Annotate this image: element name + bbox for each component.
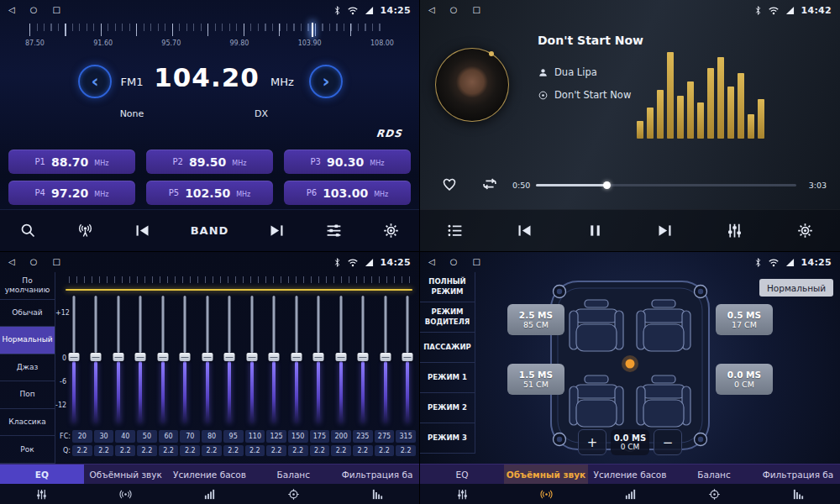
balance-tab-button[interactable] [251,484,335,504]
eq-slider-thumb[interactable] [358,353,369,361]
eq-band-slider[interactable] [357,296,370,423]
eq-band-slider[interactable] [223,296,236,423]
mode-2[interactable]: РЕЖИМ 2 [420,393,475,423]
broadcast-button[interactable] [76,222,94,239]
preset-button-p1[interactable]: P188.70MHz [8,150,135,174]
eq-slider-thumb[interactable] [68,353,79,361]
eq-slider-thumb[interactable] [335,353,346,361]
eq-preset-custom[interactable]: Обычай [0,300,55,328]
eq-band-slider[interactable] [312,296,325,423]
back-icon[interactable]: ◁ [428,6,435,14]
frequency-scale[interactable]: 87.50 91.60 95.70 99.80 103.90 108.00 [0,23,419,53]
band-button[interactable]: BAND [191,224,229,237]
tab-eq[interactable]: EQ [0,465,84,484]
eq-slider-thumb[interactable] [135,353,146,361]
eq-slider-thumb[interactable] [91,353,102,361]
eq-slider-thumb[interactable] [113,353,123,361]
back-icon[interactable]: ◁ [8,6,15,14]
mode-1[interactable]: РЕЖИМ 1 [420,363,475,393]
eq-band-slider[interactable] [179,296,192,423]
eq-band-slider[interactable] [90,296,102,423]
scan-button[interactable] [19,222,37,239]
favorite-button[interactable] [440,175,459,193]
delay-front-left[interactable]: 2.5 MS85 CM [507,304,564,335]
recents-icon[interactable]: □ [472,258,480,266]
eq-band-slider[interactable] [156,296,169,423]
eq-slider-thumb[interactable] [291,353,302,361]
bass-boost-tab-button[interactable] [588,484,672,504]
tab-filtering[interactable]: Фильтрация ба [335,465,419,484]
eq-preset-rock[interactable]: Рок [0,436,55,464]
tab-bass-boost[interactable]: Усиление басов [168,465,252,484]
eq-tab-button[interactable] [420,484,504,504]
eq-band-slider[interactable] [268,296,281,423]
audio-settings-button[interactable] [325,222,343,239]
eq-band-slider[interactable] [402,296,414,423]
mode-driver[interactable]: РЕЖИМ ВОДИТЕЛЯ [420,302,475,333]
recents-icon[interactable]: □ [52,6,60,14]
delay-front-right[interactable]: 0.5 MS17 CM [716,304,773,335]
eq-band-slider[interactable] [67,296,80,423]
eq-slider-thumb[interactable] [269,353,280,361]
eq-preset-jazz[interactable]: Джаз [0,354,55,382]
tune-down-button[interactable]: ‹ [78,65,112,98]
listening-position-dot[interactable] [626,360,635,369]
back-icon[interactable]: ◁ [8,258,15,266]
progress-knob[interactable] [603,181,611,189]
next-track-button[interactable] [656,222,674,239]
progress-bar[interactable] [536,184,796,186]
balance-tab-button[interactable] [672,484,756,504]
mode-passenger[interactable]: ПАССАЖИР [420,333,475,363]
decrease-delay-button[interactable]: − [654,429,682,455]
recents-icon[interactable]: □ [472,6,480,14]
filtering-tab-button[interactable] [756,484,840,504]
preset-button-p4[interactable]: P497.20MHz [8,181,135,205]
playlist-button[interactable] [446,222,464,239]
eq-band-slider[interactable] [379,296,391,423]
tab-surround-sound[interactable]: Объёмный звук [504,465,588,484]
equalizer-button[interactable] [726,222,743,239]
tab-eq[interactable]: EQ [420,465,504,484]
eq-slider-thumb[interactable] [313,353,324,361]
previous-track-button[interactable] [516,222,533,239]
eq-slider-thumb[interactable] [180,353,191,361]
eq-slider-thumb[interactable] [224,353,235,361]
eq-slider-thumb[interactable] [157,353,168,361]
eq-preset-default[interactable]: По умолчанию [0,272,55,300]
tab-balance[interactable]: Баланс [672,465,756,484]
eq-slider-thumb[interactable] [380,353,391,361]
mode-3[interactable]: РЕЖИМ 3 [420,423,475,454]
eq-band-slider[interactable] [245,296,258,423]
eq-preset-normal[interactable]: Нормальный [0,327,55,354]
eq-tab-button[interactable] [0,484,84,504]
surround-tab-button[interactable] [84,484,168,504]
preset-button-p5[interactable]: P5102.50MHz [146,181,273,205]
tab-surround-sound[interactable]: Объёмный звук [84,465,168,484]
back-icon[interactable]: ◁ [428,258,435,266]
eq-band-slider[interactable] [201,296,213,423]
eq-preset-classic[interactable]: Классика [0,409,55,437]
preset-button-p2[interactable]: P289.50MHz [146,150,273,174]
filtering-tab-button[interactable] [335,484,419,504]
increase-delay-button[interactable]: + [578,429,606,455]
home-icon[interactable]: ○ [450,258,458,266]
recents-icon[interactable]: □ [52,258,60,266]
previous-station-button[interactable] [134,222,151,239]
sound-profile-button[interactable]: Нормальный [759,279,833,297]
bass-boost-tab-button[interactable] [168,484,252,504]
eq-band-slider[interactable] [112,296,124,423]
preset-button-p6[interactable]: P6103.00MHz [284,181,411,205]
home-icon[interactable]: ○ [30,6,38,14]
eq-band-slider[interactable] [334,296,347,423]
surround-tab-button[interactable] [504,484,588,504]
tab-bass-boost[interactable]: Усиление басов [588,465,672,484]
repeat-button[interactable] [480,175,499,193]
preset-button-p3[interactable]: P390.30MHz [284,150,411,174]
home-icon[interactable]: ○ [450,6,458,14]
eq-band-slider[interactable] [134,296,147,423]
settings-button[interactable] [382,222,400,239]
eq-band-slider[interactable] [290,296,302,423]
eq-slider-thumb[interactable] [246,353,257,361]
eq-preset-pop[interactable]: Поп [0,381,55,409]
eq-slider-thumb[interactable] [202,353,213,361]
